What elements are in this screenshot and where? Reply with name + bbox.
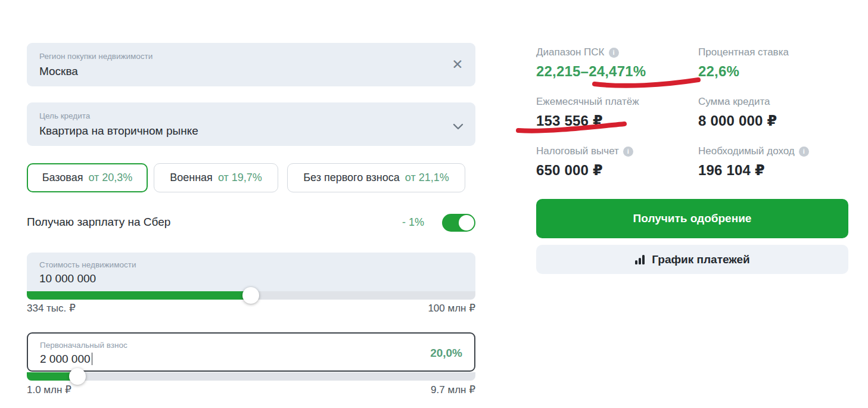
result-value: 196 104 ₽ [698,162,856,179]
property-value-field[interactable]: Стоимость недвижимости 10 000 000 [27,253,475,291]
region-field[interactable]: Регион покупки недвижимости Москва ✕ [27,43,475,86]
info-icon[interactable]: i [623,147,633,157]
result-value: 153 556 ₽ [536,113,694,129]
result-monthly-payment: Ежемесячный платёж 153 556 ₽ [536,96,694,129]
result-interest-rate: Процентная ставка 22,6% [698,46,856,80]
region-field-value[interactable]: Москва [39,65,463,78]
property-min-label: 334 тыс. ₽ [27,302,76,314]
program-name: Без первого взноса [303,172,400,184]
program-rate: от 21,1% [405,172,449,184]
property-value-label: Стоимость недвижимости [39,260,463,269]
text-caret [92,353,92,365]
down-payment-percent: 20,0% [430,347,462,360]
result-label: Ежемесячный платёж [536,96,639,108]
down-payment-min-label: 1.0 млн ₽ [27,384,71,396]
result-label: Необходимый доход [698,145,795,157]
program-tab-no-downpayment[interactable]: Без первого взноса от 21,1% [287,163,465,192]
clear-region-icon[interactable]: ✕ [450,57,465,71]
result-required-income: Необходимый доходi 196 104 ₽ [698,145,856,179]
loan-purpose-select[interactable]: Цель кредита Квартира на вторичном рынке [27,102,475,146]
program-name: Базовая [42,172,83,184]
result-label: Процентная ставка [698,46,789,58]
get-approval-button[interactable]: Получить одобрение [536,199,848,238]
down-payment-slider[interactable] [27,372,475,381]
result-value: 8 000 000 ₽ [698,113,856,129]
down-payment-field[interactable]: Первоначальный взнос 2 000 000 20,0% [27,332,475,372]
get-approval-label: Получить одобрение [633,212,752,225]
chevron-down-icon[interactable] [453,122,463,132]
result-label: Диапазон ПСК [536,46,605,58]
down-payment-input[interactable]: 2 000 000 [40,353,462,366]
program-name: Военная [170,172,213,184]
property-value-slider[interactable] [27,291,475,300]
property-value-input[interactable]: 10 000 000 [39,272,463,285]
loan-purpose-label: Цель кредита [39,111,463,122]
program-tab-basic[interactable]: Базовая от 20,3% [27,163,148,192]
result-loan-amount: Сумма кредита 8 000 000 ₽ [698,96,856,129]
program-rate: от 20,3% [88,172,132,184]
info-icon[interactable]: i [799,147,809,157]
down-payment-slider-handle[interactable] [69,368,86,385]
payment-schedule-button[interactable]: График платежей [536,245,848,274]
result-value: 22,215–24,471% [536,63,694,80]
result-value: 22,6% [698,63,856,80]
result-label: Налоговый вычет [536,145,619,157]
loan-purpose-value: Квартира на вторичном рынке [39,124,463,138]
info-icon[interactable]: i [609,48,619,58]
salary-discount-badge: - 1% [375,216,424,229]
region-field-label: Регион покупки недвижимости [39,51,463,62]
down-payment-label: Первоначальный взнос [40,341,462,350]
toggle-knob [459,215,474,231]
property-max-label: 100 млн ₽ [428,302,475,314]
slider-fill [27,291,251,300]
salary-on-sber-toggle[interactable] [442,214,475,232]
result-label: Сумма кредита [698,96,770,108]
program-tab-military[interactable]: Военная от 19,7% [154,163,278,192]
property-value-slider-handle[interactable] [242,287,259,304]
result-tax-deduction: Налоговый вычетi 650 000 ₽ [536,145,694,179]
salary-on-sber-label: Получаю зарплату на Сбер [27,216,170,229]
bar-chart-icon [634,254,646,265]
result-psk-range: Диапазон ПСКi 22,215–24,471% [536,46,694,80]
down-payment-max-label: 9.7 млн ₽ [431,384,475,396]
program-rate: от 19,7% [218,172,262,184]
payment-schedule-label: График платежей [652,253,750,266]
result-value: 650 000 ₽ [536,162,694,179]
